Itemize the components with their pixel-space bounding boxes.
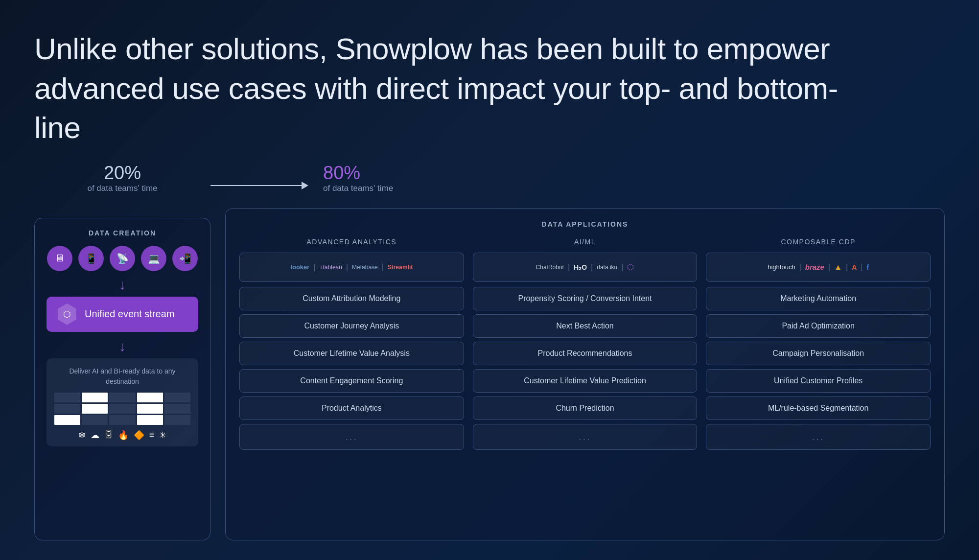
deliver-text: Deliver AI and BI-ready data to any dest… [54, 366, 190, 387]
btn-clv-analysis: Customer Lifetime Value Analysis [239, 342, 464, 365]
btn-customer-journey: Customer Journey Analysis [239, 314, 464, 338]
percent-20: 20% [34, 163, 210, 184]
btn-more-analytics: ... [239, 424, 464, 450]
logo-sep9: | [846, 263, 848, 272]
icon-stack: 🔥 [118, 430, 129, 441]
btn-product-analytics: Product Analytics [239, 397, 464, 420]
main-container: Unlike other solutions, Snowplow has bee… [0, 0, 979, 560]
logo-dataiku: data iku [597, 264, 617, 271]
btn-ml-segmentation: ML/rule-based Segmentation [706, 397, 931, 420]
headline-line1: Unlike other solutions, Snowplow has bee… [34, 32, 830, 66]
data-creation-title: DATA CREATION [47, 229, 198, 237]
logo-facebook: f [866, 263, 869, 271]
columns-grid: ADVANCED ANALYTICS looker | +tableau | M… [239, 238, 931, 454]
hex-icon: ⬡ [56, 303, 78, 325]
btn-content-engagement: Content Engagement Scoring [239, 369, 464, 393]
btn-paid-ad: Paid Ad Optimization [706, 314, 931, 338]
logo-bar-aiml: ChatRobot | H₂O | data iku | ⬡ [473, 253, 698, 282]
percent-80: 80% [323, 163, 945, 184]
logo-google-ads: ▲ [834, 263, 842, 272]
icon-app: 📱 [78, 246, 104, 271]
col-advanced-analytics: ADVANCED ANALYTICS looker | +tableau | M… [239, 238, 464, 454]
btn-churn-prediction: Churn Prediction [473, 397, 698, 420]
logo-looker: looker [290, 263, 309, 271]
btn-more-aiml: ... [473, 424, 698, 450]
logo-streamlit: Streamlit [388, 264, 413, 271]
arrow-down-2: ↓ [47, 339, 198, 354]
logo-sep6: | [621, 263, 623, 272]
data-applications-box: DATA APPLICATIONS ADVANCED ANALYTICS loo… [225, 208, 945, 540]
logo-sep4: | [568, 263, 570, 272]
logo-chatrobot: ChatRobot [536, 264, 564, 271]
icon-wifi: 📡 [110, 246, 135, 271]
logo-sep5: | [591, 263, 593, 272]
btn-marketing-automation: Marketing Automation [706, 287, 931, 310]
headline: Unlike other solutions, Snowplow has bee… [34, 29, 866, 148]
logo-bar-cdp: hightouch | braze | ▲ | A | f [706, 253, 931, 282]
tool-icons: ❄ ☁ 🗄 🔥 🔶 ≡ ✳ [54, 430, 190, 441]
col-aiml: AI/ML ChatRobot | H₂O | data iku | ⬡ Pro… [473, 238, 698, 454]
icon-aws: 🔶 [134, 430, 144, 441]
unified-event-bar: ⬡ Unified event stream [47, 297, 198, 332]
icon-table: ≡ [149, 430, 155, 441]
logo-sep2: | [346, 263, 348, 272]
data-creation-box: DATA CREATION 🖥 📱 📡 💻 📲 ↓ ⬡ Unified even… [34, 218, 210, 540]
arrow-down-1: ↓ [47, 277, 198, 293]
logo-adobe: A [852, 263, 857, 271]
col-header-analytics: ADVANCED ANALYTICS [239, 238, 464, 246]
logo-sep10: | [861, 263, 862, 272]
btn-unified-profiles: Unified Customer Profiles [706, 369, 931, 393]
unified-event-text: Unified event stream [85, 308, 174, 320]
headline-line2: advanced use cases with direct impact yo… [34, 71, 838, 145]
icon-database: 🗄 [104, 430, 113, 441]
col-header-cdp: COMPOSABLE CDP [706, 238, 931, 246]
logo-sep3: | [382, 263, 384, 272]
data-apps-title: DATA APPLICATIONS [239, 220, 931, 228]
btn-propensity: Propensity Scoring / Conversion Intent [473, 287, 698, 310]
percent-20-sub: of data teams' time [34, 184, 210, 193]
logo-sep7: | [799, 263, 801, 272]
grid-visual [54, 393, 190, 425]
logo-bar-analytics: looker | +tableau | Metabase | Streamlit [239, 253, 464, 282]
logo-hightouch: hightouch [768, 263, 795, 271]
btn-campaign-personalisation: Campaign Personalisation [706, 342, 931, 365]
logo-sep8: | [828, 263, 830, 272]
icon-desktop: 💻 [141, 246, 166, 271]
btn-next-best-action: Next Best Action [473, 314, 698, 338]
logo-h2o: H₂O [574, 263, 587, 271]
logo-tableau: +tableau [320, 264, 342, 271]
btn-custom-attribution: Custom Attribution Modeling [239, 287, 464, 310]
logo-metabase: Metabase [352, 264, 378, 271]
icon-snowflake: ❄ [78, 430, 86, 441]
logo-braze: braze [805, 263, 824, 271]
logo-sep1: | [313, 263, 315, 272]
icon-dbt: ✳ [159, 430, 166, 441]
icon-mobile: 📲 [172, 246, 198, 271]
col-cdp: COMPOSABLE CDP hightouch | braze | ▲ | A… [706, 238, 931, 454]
icon-cloud: ☁ [91, 430, 99, 441]
deliver-box: Deliver AI and BI-ready data to any dest… [47, 358, 198, 446]
btn-product-recs: Product Recommendations [473, 342, 698, 365]
data-source-icons: 🖥 📱 📡 💻 📲 [47, 246, 198, 271]
btn-more-cdp: ... [706, 424, 931, 450]
icon-web: 🖥 [47, 246, 72, 271]
col-header-aiml: AI/ML [473, 238, 698, 246]
logo-hex: ⬡ [627, 262, 634, 272]
percent-80-sub: of data teams' time [323, 184, 945, 193]
btn-clv-prediction: Customer Lifetime Value Prediction [473, 369, 698, 393]
